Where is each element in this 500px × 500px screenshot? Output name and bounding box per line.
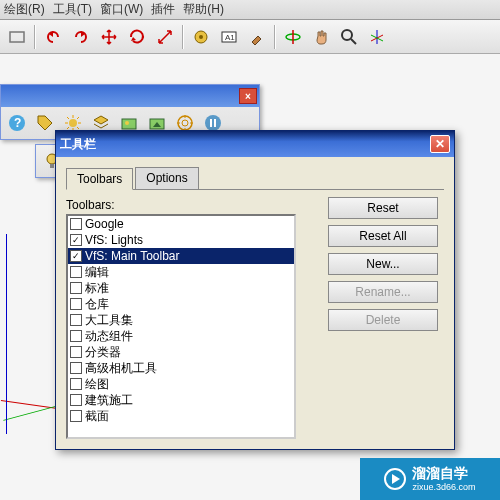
list-item[interactable]: Google xyxy=(68,216,294,232)
list-item[interactable]: 动态组件 xyxy=(68,328,294,344)
list-item[interactable]: ✓VfS: Main Toolbar xyxy=(68,248,294,264)
checkbox[interactable] xyxy=(70,362,82,374)
reset-button[interactable]: Reset xyxy=(328,197,438,219)
svg-point-9 xyxy=(69,119,77,127)
list-item[interactable]: 截面 xyxy=(68,408,294,424)
orbit-icon[interactable] xyxy=(280,24,306,50)
checkbox[interactable] xyxy=(70,330,82,342)
checkbox[interactable]: ✓ xyxy=(70,250,82,262)
toolbar-listbox[interactable]: Google✓VfS: Lights✓VfS: Main Toolbar编辑标准… xyxy=(66,214,296,439)
scale-icon[interactable] xyxy=(152,24,178,50)
delete-button[interactable]: Delete xyxy=(328,309,438,331)
checkbox[interactable] xyxy=(70,266,82,278)
rotate-icon[interactable] xyxy=(124,24,150,50)
checkbox[interactable] xyxy=(70,314,82,326)
rect-icon[interactable] xyxy=(4,24,30,50)
list-item[interactable]: 编辑 xyxy=(68,264,294,280)
svg-rect-19 xyxy=(50,164,54,168)
close-icon[interactable]: × xyxy=(239,88,257,104)
tape-icon[interactable] xyxy=(188,24,214,50)
menu-item[interactable]: 绘图(R) xyxy=(4,1,45,18)
help-icon[interactable]: ? xyxy=(4,110,30,136)
new-button[interactable]: New... xyxy=(328,253,438,275)
main-toolbar: A1 xyxy=(0,20,500,54)
move-icon[interactable] xyxy=(96,24,122,50)
list-item[interactable]: 高级相机工具 xyxy=(68,360,294,376)
list-item[interactable]: 分类器 xyxy=(68,344,294,360)
checkbox[interactable]: ✓ xyxy=(70,234,82,246)
text-icon[interactable]: A1 xyxy=(216,24,242,50)
checkbox[interactable] xyxy=(70,378,82,390)
svg-rect-17 xyxy=(214,119,216,127)
svg-point-14 xyxy=(182,120,188,126)
menu-item[interactable]: 帮助(H) xyxy=(183,1,224,18)
menu-item[interactable]: 窗口(W) xyxy=(100,1,143,18)
tab-strip: Toolbars Options xyxy=(66,167,444,190)
checkbox[interactable] xyxy=(70,346,82,358)
svg-rect-16 xyxy=(210,119,212,127)
menubar: 绘图(R) 工具(T) 窗口(W) 插件 帮助(H) xyxy=(0,0,500,20)
list-item[interactable]: 绘图 xyxy=(68,376,294,392)
redo-icon[interactable] xyxy=(68,24,94,50)
checkbox[interactable] xyxy=(70,282,82,294)
svg-text:A1: A1 xyxy=(225,33,235,42)
watermark: 溜溜自学 zixue.3d66.com xyxy=(360,458,500,500)
svg-point-15 xyxy=(205,115,221,131)
play-icon xyxy=(384,468,406,490)
reset-all-button[interactable]: Reset All xyxy=(328,225,438,247)
axes-icon[interactable] xyxy=(364,24,390,50)
checkbox[interactable] xyxy=(70,410,82,422)
svg-rect-10 xyxy=(122,119,136,129)
tab-toolbars[interactable]: Toolbars xyxy=(66,168,133,190)
svg-point-13 xyxy=(178,116,192,130)
menu-item[interactable]: 工具(T) xyxy=(53,1,92,18)
undo-icon[interactable] xyxy=(40,24,66,50)
zoom-icon[interactable] xyxy=(336,24,362,50)
rename-button[interactable]: Rename... xyxy=(328,281,438,303)
list-item[interactable]: 标准 xyxy=(68,280,294,296)
pan-icon[interactable] xyxy=(308,24,334,50)
checkbox[interactable] xyxy=(70,394,82,406)
list-item[interactable]: ✓VfS: Lights xyxy=(68,232,294,248)
menu-item[interactable]: 插件 xyxy=(151,1,175,18)
list-item[interactable]: 建筑施工 xyxy=(68,392,294,408)
svg-point-6 xyxy=(342,30,352,40)
toolbars-dialog: 工具栏 ✕ Toolbars Options Toolbars: Google✓… xyxy=(55,130,455,450)
close-icon[interactable]: ✕ xyxy=(430,135,450,153)
svg-text:?: ? xyxy=(14,116,21,130)
svg-rect-0 xyxy=(10,32,24,42)
list-item[interactable]: 大工具集 xyxy=(68,312,294,328)
checkbox[interactable] xyxy=(70,298,82,310)
list-item[interactable]: 仓库 xyxy=(68,296,294,312)
svg-point-11 xyxy=(125,121,129,125)
svg-point-2 xyxy=(199,35,203,39)
dialog-title: 工具栏 xyxy=(60,136,96,153)
tab-options[interactable]: Options xyxy=(135,167,198,189)
paint-icon[interactable] xyxy=(244,24,270,50)
checkbox[interactable] xyxy=(70,218,82,230)
